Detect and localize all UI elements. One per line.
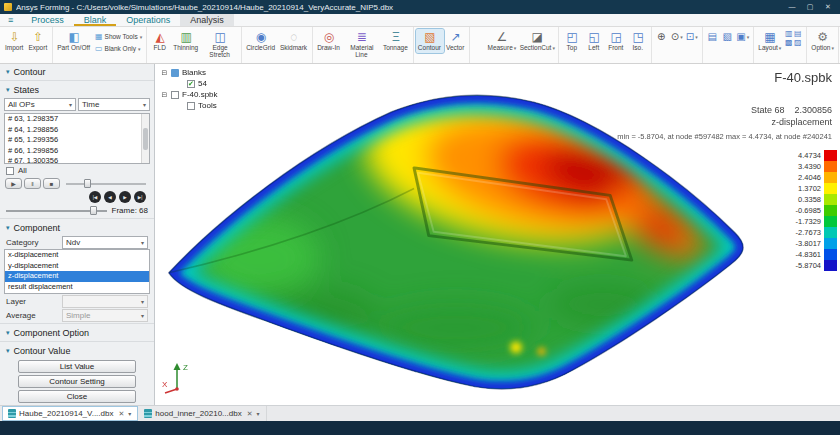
dropdown-caret-icon: ▾ bbox=[514, 45, 517, 51]
zoom-tool-icon[interactable]: ⊡▾ bbox=[684, 29, 699, 44]
minimize-icon[interactable]: — bbox=[784, 3, 800, 11]
ribbon-button-label: Iso. bbox=[633, 44, 644, 52]
component-list-item[interactable]: z-displacement bbox=[5, 271, 149, 282]
scene-tree-item[interactable]: 54 bbox=[161, 78, 218, 89]
zoom-tool-icon[interactable]: ⊕ bbox=[654, 29, 669, 44]
component-list-item[interactable]: x-velocity bbox=[5, 292, 149, 294]
close-icon[interactable]: ✕ bbox=[820, 3, 836, 11]
scene-tree-item[interactable]: ⊟ Blanks bbox=[161, 67, 218, 78]
display-mode-icon[interactable]: ▣▾ bbox=[735, 29, 750, 44]
frame-skip-button[interactable]: ▶ bbox=[119, 191, 131, 203]
state-list-item[interactable]: # 64, 1.298856 bbox=[5, 125, 140, 136]
state-list-item[interactable]: # 66, 1.299856 bbox=[5, 146, 140, 157]
ribbon-button[interactable]: ◉ CircleGrid bbox=[244, 29, 278, 53]
layout-preset-icon[interactable]: ▥ bbox=[784, 29, 793, 38]
playback-button[interactable]: ‖ bbox=[24, 178, 41, 189]
tab-close-icon[interactable]: ✕ bbox=[247, 410, 253, 418]
states-scrollbar[interactable] bbox=[141, 114, 149, 163]
frame-skip-button[interactable]: |◀ bbox=[89, 191, 101, 203]
contour-panel: ▾ Contour ▾ States All OPs▾ Time▾ # 63, … bbox=[0, 64, 155, 405]
maximize-icon[interactable]: ▢ bbox=[802, 3, 818, 11]
state-list-item[interactable]: # 65, 1.299356 bbox=[5, 135, 140, 146]
ribbon-button[interactable]: ◳ Iso. bbox=[627, 29, 649, 53]
panel-button[interactable]: List Value bbox=[18, 360, 136, 373]
tree-item-checkbox[interactable] bbox=[171, 91, 179, 99]
scene-tree-item[interactable]: Tools bbox=[161, 100, 218, 111]
ribbon-button[interactable]: ◫ Edge Stretch bbox=[201, 29, 239, 60]
playback-speed-slider[interactable] bbox=[66, 178, 146, 189]
state-list-item[interactable]: # 67, 1.300356 bbox=[5, 156, 140, 164]
menu-tab[interactable]: Process bbox=[21, 14, 74, 26]
ribbon-button[interactable]: ◌ Skidmark bbox=[278, 29, 310, 53]
zoom-tool-icon[interactable]: ⊙▾ bbox=[669, 29, 684, 44]
ribbon-button[interactable]: Ξ Tonnage bbox=[381, 29, 411, 53]
layout-preset-icon[interactable]: ▤ bbox=[793, 29, 802, 38]
tab-dropdown-icon[interactable]: ▾ bbox=[128, 410, 131, 417]
ribbon-button[interactable]: ⇩ Import bbox=[3, 29, 26, 53]
ribbon-button[interactable]: ▥ Thinning bbox=[171, 29, 201, 53]
ribbon-button[interactable]: ◎ Draw-In bbox=[315, 29, 343, 53]
ribbon-button[interactable]: ◧ Part On/Off bbox=[55, 29, 93, 53]
slider-thumb[interactable] bbox=[90, 206, 97, 215]
ribbon-button[interactable]: ◰ Top bbox=[561, 29, 583, 53]
display-mode-icon[interactable]: ▤ bbox=[705, 29, 720, 44]
menu-tab[interactable]: Analysis bbox=[180, 14, 234, 26]
ribbon-button[interactable]: ∠ Measure▾ bbox=[485, 29, 518, 53]
tree-expander-icon[interactable]: ⊟ bbox=[161, 69, 168, 77]
state-list-item[interactable]: # 63, 1.298357 bbox=[5, 114, 140, 125]
panel-button[interactable]: Close bbox=[18, 390, 136, 403]
ribbon-button-label: FLD bbox=[154, 44, 167, 52]
view-cube-icon: ◰ bbox=[567, 30, 578, 44]
all-states-checkbox[interactable] bbox=[6, 167, 14, 175]
panel-header-component[interactable]: ▾ Component bbox=[0, 220, 154, 235]
slider-thumb[interactable] bbox=[84, 179, 91, 188]
panel-header-contour[interactable]: ▾ Contour bbox=[0, 64, 154, 79]
ribbon-button[interactable]: ≣ Material Line bbox=[343, 29, 381, 60]
frame-skip-button[interactable]: ◀ bbox=[104, 191, 116, 203]
panel-header-states[interactable]: ▾ States bbox=[0, 82, 154, 97]
component-list-item[interactable]: result displacement bbox=[5, 282, 149, 293]
display-mode-icon[interactable]: ▧ bbox=[720, 29, 735, 44]
sort-dropdown[interactable]: Time▾ bbox=[78, 98, 150, 111]
panel-header-component-option[interactable]: ▾ Component Option bbox=[0, 325, 154, 340]
category-dropdown[interactable]: Ndv▾ bbox=[62, 236, 148, 249]
scene-tree-item[interactable]: ⊟ F-40.spbk bbox=[161, 89, 218, 100]
layout-preset-icon[interactable]: ▨ bbox=[793, 38, 802, 47]
viewport-3d[interactable]: ⊟ Blanks 54 ⊟ F-40.spbk bbox=[155, 64, 840, 405]
legend-value: 2.4046 bbox=[780, 173, 824, 182]
ribbon-group-measure: ∠ Measure▾ ◪ SectionCut▾ bbox=[483, 27, 559, 63]
tree-item-checkbox[interactable] bbox=[187, 80, 195, 88]
playback-button[interactable]: ▶ bbox=[5, 178, 22, 189]
ribbon-button[interactable]: ◲ Front bbox=[605, 29, 627, 53]
document-tab[interactable]: hood_inner_20210...dbx ✕ ▾ bbox=[138, 406, 266, 421]
playback-button[interactable]: ■ bbox=[43, 178, 60, 189]
tab-dropdown-icon[interactable]: ▾ bbox=[257, 410, 260, 417]
frame-skip-button[interactable]: ▶| bbox=[134, 191, 146, 203]
ribbon-button[interactable]: ↗ Vector bbox=[444, 29, 467, 53]
ribbon-toggle[interactable]: ▦ Show Tools ▾ bbox=[95, 32, 142, 41]
document-tab[interactable]: Haube_20210914_V....dbx ✕ ▾ bbox=[2, 406, 138, 421]
ribbon-toggle[interactable]: ▭ Blank Only ▾ bbox=[95, 44, 142, 53]
component-list-item[interactable]: y-displacement bbox=[5, 261, 149, 272]
ribbon-button[interactable]: ◪ SectionCut▾ bbox=[518, 29, 556, 53]
layout-preset-icon[interactable]: ▩ bbox=[784, 38, 793, 47]
ribbon-button[interactable]: ▧ Contour bbox=[416, 29, 444, 53]
legend-value: 3.4390 bbox=[780, 162, 824, 171]
menu-tab[interactable]: Blank bbox=[74, 14, 117, 26]
hamburger-menu-icon[interactable]: ≡ bbox=[0, 14, 21, 26]
dropdown-caret-icon: ▾ bbox=[552, 45, 555, 51]
tab-close-icon[interactable]: ✕ bbox=[118, 410, 124, 418]
ribbon-button[interactable]: ▦ Layout▾ bbox=[756, 29, 783, 53]
component-list-item[interactable]: x-displacement bbox=[5, 250, 149, 261]
tree-expander-icon[interactable]: ⊟ bbox=[161, 91, 168, 99]
ribbon-button[interactable]: ◭ FLD bbox=[149, 29, 171, 53]
op-filter-dropdown[interactable]: All OPs▾ bbox=[4, 98, 76, 111]
menu-tab[interactable]: Operations bbox=[116, 14, 180, 26]
ribbon-button[interactable]: ⇧ Export bbox=[26, 29, 50, 53]
panel-button[interactable]: Contour Setting bbox=[18, 375, 136, 388]
ribbon-button[interactable]: ⚙ Option▾ bbox=[809, 29, 836, 53]
frame-slider[interactable] bbox=[6, 205, 107, 216]
panel-header-contour-value[interactable]: ▾ Contour Value bbox=[0, 343, 154, 358]
ribbon-button[interactable]: ◱ Left bbox=[583, 29, 605, 53]
tree-item-checkbox[interactable] bbox=[187, 102, 195, 110]
